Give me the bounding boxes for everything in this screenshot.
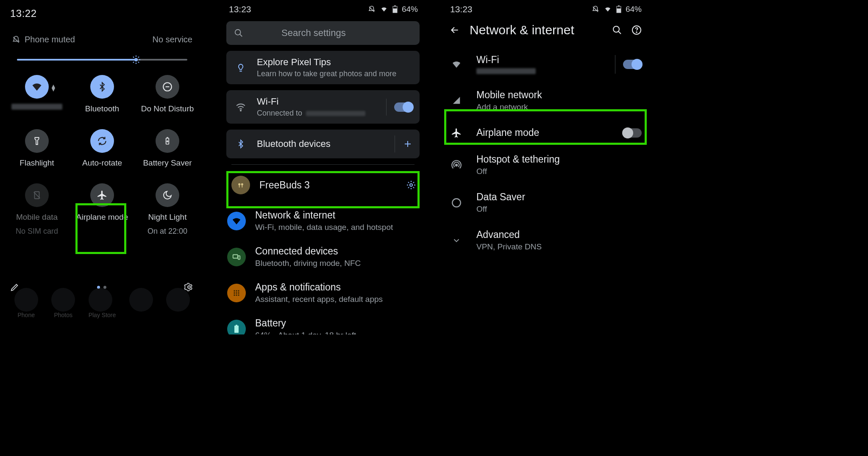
svg-point-0 (134, 58, 138, 61)
card-wifi[interactable]: Wi-Fi Connected to (226, 90, 420, 124)
row-wifi[interactable]: Wi-Fi (442, 47, 649, 82)
battery-icon (392, 6, 398, 13)
row-hotspot[interactable]: Hotspot & tethering Off (442, 146, 649, 184)
earbuds-icon (231, 176, 250, 194)
row-subtitle: VPN, Private DNS (476, 242, 542, 251)
svg-point-23 (234, 294, 235, 296)
svg-point-34 (456, 164, 457, 166)
svg-rect-30 (618, 6, 620, 6)
status-bar: 13:23 64% (442, 0, 649, 16)
qs-tile-mobile-data[interactable]: Mobile data No SIM card (4, 183, 70, 236)
svg-point-24 (236, 294, 237, 296)
row-network-internet[interactable]: Network & internet Wi-Fi, mobile, data u… (220, 203, 426, 239)
row-apps-notifications[interactable]: Apps & notifications Assistant, recent a… (220, 275, 426, 311)
brightness-gear-icon (131, 54, 142, 65)
svg-point-18 (236, 290, 237, 291)
qs-tile-night-light[interactable]: Night Light On at 22:00 (135, 183, 200, 236)
battery-icon (227, 320, 246, 335)
qs-tile-bluetooth[interactable]: Bluetooth (70, 75, 135, 114)
card-bluetooth-devices[interactable]: Bluetooth devices (226, 130, 420, 158)
search-placeholder: Search settings (281, 28, 346, 39)
qs-tile-label: Battery Saver (143, 158, 192, 168)
svg-point-8 (235, 30, 241, 35)
brightness-slider[interactable] (0, 48, 204, 65)
qs-tile-dnd[interactable]: Do Not Disturb (135, 75, 200, 114)
status-bar: 13:23 64% (220, 0, 426, 16)
search-icon (234, 28, 243, 38)
qs-tile-wifi[interactable]: ▲▼ (4, 75, 70, 114)
data-saver-icon (448, 197, 465, 208)
separator (395, 135, 395, 152)
gear-icon[interactable] (406, 180, 416, 190)
wifi-toggle[interactable] (623, 60, 642, 69)
svg-point-17 (234, 290, 235, 291)
card-pixel-tips[interactable]: Explore Pixel Tips Learn how to take gre… (226, 51, 420, 84)
plus-icon[interactable] (403, 139, 413, 149)
phone-muted-label: Phone muted (25, 35, 75, 44)
battery-percent: 64% (626, 5, 642, 14)
svg-point-19 (238, 290, 239, 291)
wifi-icon (233, 99, 248, 115)
row-data-saver[interactable]: Data Saver Off (442, 184, 649, 221)
wifi-icon (604, 6, 612, 13)
panel-quick-settings: 13:22 Phone muted No service ▲▼ Bluetoot… (0, 0, 204, 322)
chevron-down-icon (448, 236, 465, 245)
row-battery[interactable]: Battery 64% - About 1 day, 18 hr left (220, 311, 426, 334)
qs-tile-sublabel: On at 22:00 (147, 227, 187, 236)
row-title: Hotspot & tethering (476, 154, 560, 165)
lightbulb-icon (233, 60, 248, 75)
qs-tile-battery-saver[interactable]: Battery Saver (135, 129, 200, 168)
qs-tile-autorotate[interactable]: Auto-rotate (70, 129, 135, 168)
row-advanced[interactable]: Advanced VPN, Private DNS (442, 221, 649, 259)
back-icon[interactable] (449, 25, 460, 36)
row-connected-devices[interactable]: Connected devices Bluetooth, driving mod… (220, 239, 426, 275)
page-title: Network & internet (470, 23, 603, 37)
svg-point-21 (236, 292, 237, 293)
svg-point-20 (234, 292, 235, 293)
svg-rect-7 (394, 6, 396, 6)
airplane-toggle[interactable] (623, 128, 642, 138)
row-subtitle: Off (476, 205, 525, 214)
wifi-toggle[interactable] (394, 102, 413, 112)
qs-tile-airplane[interactable]: Airplane mode (70, 183, 135, 236)
svg-point-9 (240, 110, 241, 111)
qs-tile-label: Night Light (148, 212, 187, 222)
wifi-icon (448, 59, 465, 69)
row-airplane-mode[interactable]: Airplane mode (442, 119, 649, 146)
row-mobile-network[interactable]: Mobile network Add a network (442, 82, 649, 119)
qs-tile-label: Do Not Disturb (141, 104, 194, 114)
svg-rect-16 (238, 256, 240, 259)
clock: 13:23 (229, 4, 251, 14)
row-title: Battery (255, 318, 356, 329)
row-subtitle: Assistant, recent apps, default apps (255, 295, 383, 304)
svg-point-35 (452, 199, 461, 207)
svg-rect-13 (242, 185, 243, 188)
card-freebuds[interactable]: FreeBuds 3 (220, 169, 426, 201)
chevron-down-icon: ▲▼ (50, 84, 56, 91)
apps-icon (227, 284, 246, 302)
service-status-label: No service (153, 35, 192, 44)
qs-tile-label: Airplane mode (76, 212, 128, 222)
qs-tile-label: Auto-rotate (82, 158, 122, 168)
row-title: Apps & notifications (255, 282, 383, 293)
battery-icon (616, 6, 621, 13)
card-subtitle: Connected to (257, 109, 365, 118)
svg-rect-27 (236, 325, 237, 326)
qs-tile-label: Bluetooth (85, 104, 119, 114)
wifi-ssid-redacted (476, 68, 536, 74)
wifi-ssid-redacted (306, 111, 365, 116)
clock: 13:22 (10, 8, 37, 19)
card-subtitle: Learn how to take great photos and more (257, 69, 396, 78)
svg-point-31 (613, 26, 619, 32)
panel-network-internet: 13:23 64% Network & internet Wi-Fi (442, 0, 649, 334)
row-title: Airplane mode (476, 127, 539, 138)
wifi-icon (227, 212, 246, 230)
separator (615, 55, 615, 74)
svg-rect-26 (234, 326, 239, 333)
svg-rect-12 (239, 185, 240, 188)
row-subtitle: Bluetooth, driving mode, NFC (255, 259, 361, 268)
search-settings-input[interactable]: Search settings (226, 21, 420, 45)
qs-tile-flashlight[interactable]: Flashlight (4, 129, 70, 168)
search-icon[interactable] (612, 25, 622, 35)
help-icon[interactable] (632, 25, 642, 35)
